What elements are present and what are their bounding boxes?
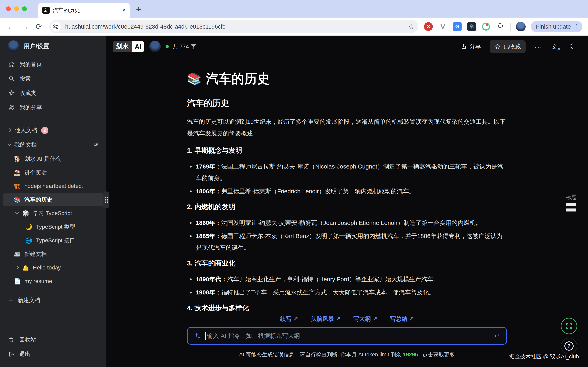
doc-item[interactable]: 🌙 TypeScript 类型 <box>3 220 103 234</box>
react-devtools-extension-icon[interactable]: ⚛ <box>467 22 476 31</box>
new-doc-button[interactable]: + 新建文档 <box>0 293 106 308</box>
doc-list-item[interactable]: 1860年：法国发明家让·约瑟夫·艾蒂安·勒努瓦（Jean Joseph Eti… <box>187 217 507 229</box>
doc-section-heading[interactable]: 2. 内燃机的发明 <box>187 202 507 211</box>
doc-label: TypeScript 接口 <box>36 237 75 244</box>
huashui-logo[interactable]: 划水 AI <box>113 41 144 52</box>
doc-item[interactable]: 🌐 TypeScript 接口 <box>3 234 103 247</box>
ai-action-continue[interactable]: 续写 ↗ <box>280 315 298 323</box>
chevron-right-icon[interactable] <box>15 266 19 270</box>
site-settings-icon[interactable] <box>51 22 61 32</box>
bookmark-star-icon[interactable]: ☆ <box>408 23 414 31</box>
share-button[interactable]: 分享 <box>460 42 481 50</box>
others-docs-toggle[interactable]: 他人文档 2 <box>0 123 106 138</box>
ai-action-brainstorm[interactable]: 头脑风暴 ↗ <box>311 315 341 323</box>
window-close-button[interactable] <box>6 6 11 11</box>
ai-sparkle-icon <box>194 332 201 339</box>
doc-item[interactable]: 🔔 Hello today <box>3 261 103 274</box>
translate-icon[interactable]: 文A <box>551 42 560 51</box>
doc-label: 新建文档 <box>24 250 47 258</box>
reload-button[interactable]: ⟳ <box>36 22 42 31</box>
finish-update-button[interactable]: Finish update ⋮ <box>531 21 582 32</box>
dark-mode-icon[interactable]: ☾ <box>568 41 578 52</box>
mobx-extension-icon[interactable] <box>482 22 490 31</box>
juejin-extension-icon[interactable]: ⚒ <box>424 22 433 31</box>
outline-minimap[interactable]: 标题 <box>566 193 577 211</box>
sidebar: 用户/设置 我的首页 搜索 收藏夹 我的分享 他人文档 2 <box>0 36 106 367</box>
sidebar-item-label: 收藏夹 <box>20 89 36 97</box>
doc-item[interactable]: 🎲 学习 TypeScript <box>3 207 103 220</box>
doc-emoji: 📄 <box>13 278 21 285</box>
chevron-down-icon[interactable] <box>15 211 19 215</box>
doc-item[interactable]: ⛱️ 讲个笑话 <box>3 166 103 179</box>
url-text[interactable]: huashuiai.com/work/c0e02449-523d-48dc-a4… <box>65 23 409 30</box>
doc-emoji: 🏗️ <box>13 183 21 190</box>
doc-list-item[interactable]: 1769年：法国工程师尼古拉斯·约瑟夫·库诺（Nicolas-Joseph Cu… <box>187 161 507 184</box>
sidebar-item-home[interactable]: 我的首页 <box>0 57 106 72</box>
doc-item[interactable]: 🐕 划水 AI 是什么 <box>3 152 103 166</box>
browser-tab-strip: 划 汽车的历史 × + <box>0 0 588 17</box>
logout-label: 退出 <box>19 350 30 358</box>
new-tab-button[interactable]: + <box>136 5 141 14</box>
plus-icon: + <box>9 297 13 304</box>
qr-code-button[interactable] <box>561 318 577 334</box>
doc-list-item[interactable]: 1908年：福特推出了T型车，采用流水线生产方式，大大降低了汽车成本，使汽车普及… <box>187 287 507 298</box>
doc-item[interactable]: 🏗️ nodejs heartbeat detect <box>3 180 103 193</box>
document-editor[interactable]: 📚 汽车的历史 汽车的历史 汽车的历史可以追溯到19世纪末，经历了多个重要的发展… <box>187 70 507 313</box>
document-emoji: 📚 <box>187 72 201 85</box>
favorited-button[interactable]: 已收藏 <box>490 40 526 53</box>
token-limit-link[interactable]: AI token limit <box>358 352 389 358</box>
forward-button[interactable]: → <box>21 22 29 31</box>
doc-label: TypeScript 类型 <box>36 223 75 231</box>
doc-emoji: 🎲 <box>22 210 30 217</box>
back-button[interactable]: ← <box>7 22 14 31</box>
outline-bar[interactable] <box>566 203 576 206</box>
doc-section-heading[interactable]: 4. 技术进步与多样化 <box>187 303 507 313</box>
collaborator-avatar[interactable] <box>149 41 161 52</box>
sidebar-item-my-shares[interactable]: 我的分享 <box>0 100 106 115</box>
vue-devtools-extension-icon[interactable]: V <box>438 22 447 31</box>
get-more-tokens-link[interactable]: 点击获取更多 <box>422 352 455 358</box>
doc-list-item[interactable]: 1890年代：汽车开始商业化生产，亨利·福特（Henry Ford）等企业家开始… <box>187 274 507 285</box>
user-settings-row[interactable]: 用户/设置 <box>0 36 106 52</box>
extensions-puzzle-icon[interactable] <box>496 22 505 31</box>
sidebar-item-search[interactable]: 搜索 <box>0 72 106 86</box>
sort-icon[interactable] <box>93 142 99 148</box>
doc-list: 1860年：法国发明家让·约瑟夫·艾蒂安·勒努瓦（Jean Joseph Eti… <box>187 217 507 253</box>
doc-emoji: 🌐 <box>25 237 33 244</box>
ai-command-bar[interactable]: ↵ <box>187 327 507 345</box>
user-avatar[interactable] <box>8 40 19 52</box>
doc-list-item[interactable]: 1806年：弗里德里希·德莱斯（Friedrich Lenoir）发明了第一辆内… <box>187 185 507 197</box>
favorited-label: 已收藏 <box>503 42 521 50</box>
browser-profile-avatar[interactable] <box>516 22 526 31</box>
qr-code-icon <box>565 322 573 330</box>
help-button[interactable]: ? <box>561 338 577 354</box>
window-controls[interactable] <box>6 6 27 11</box>
doc-section-heading[interactable]: 1. 早期概念与发明 <box>187 146 507 155</box>
doc-list-item[interactable]: 1885年：德国工程师卡尔·本茨（Karl Benz）发明了第一辆实用的内燃机汽… <box>187 230 507 253</box>
doc-item-selected[interactable]: 📚 汽车的历史 <box>3 193 103 206</box>
window-zoom-button[interactable] <box>22 6 27 11</box>
window-minimize-button[interactable] <box>14 6 19 11</box>
doc-section-heading[interactable]: 3. 汽车的商业化 <box>187 259 507 268</box>
browser-menu-icon[interactable]: ⋮ <box>574 23 579 30</box>
enter-icon[interactable]: ↵ <box>494 332 500 340</box>
ai-action-summary[interactable]: 写总结 ↗ <box>390 315 414 323</box>
sidebar-item-trash[interactable]: 回收站 <box>0 333 106 347</box>
sidebar-item-favorites[interactable]: 收藏夹 <box>0 86 106 100</box>
doc-item[interactable]: 📄 my resume <box>3 275 103 288</box>
more-options-button[interactable]: ··· <box>534 43 542 50</box>
tab-close-icon[interactable]: × <box>122 7 126 14</box>
ai-action-outline[interactable]: 写大纲 ↗ <box>353 315 377 323</box>
google-translate-extension-icon[interactable]: G <box>453 22 462 31</box>
doc-paragraph[interactable]: 汽车的历史可以追溯到19世纪末，经历了多个重要的发展阶段，逐渐从简单的机械装置演… <box>187 116 507 139</box>
browser-tab[interactable]: 划 汽车的历史 × <box>38 3 130 17</box>
doc-heading2[interactable]: 汽车的历史 <box>187 98 507 109</box>
doc-item[interactable]: 🚐 新建文档 <box>3 248 103 261</box>
my-docs-header[interactable]: 我的文档 <box>0 138 106 152</box>
sidebar-item-logout[interactable]: 退出 <box>0 347 106 361</box>
share-label: 分享 <box>469 42 481 50</box>
ai-command-input[interactable] <box>207 333 494 339</box>
outline-bar[interactable] <box>566 209 576 211</box>
address-bar[interactable]: huashuiai.com/work/c0e02449-523d-48dc-a4… <box>49 20 418 33</box>
document-title[interactable]: 📚 汽车的历史 <box>187 70 507 87</box>
